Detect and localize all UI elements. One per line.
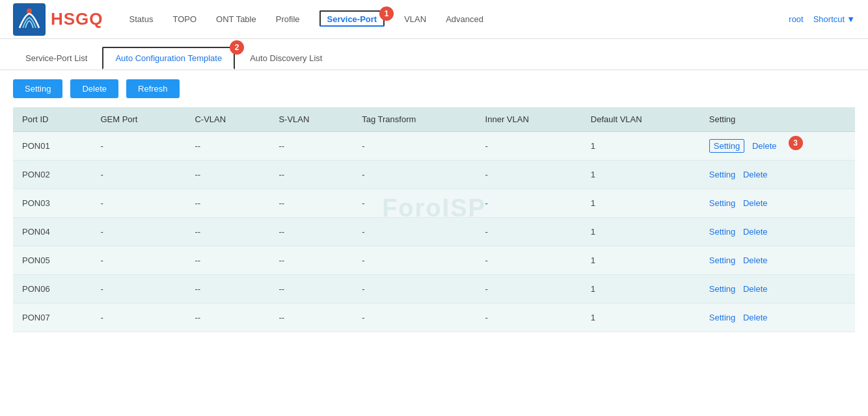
nav-topo[interactable]: TOPO	[172, 12, 197, 27]
cell-c-vlan: --	[185, 275, 269, 304]
cell-s-vlan: --	[269, 189, 353, 218]
setting-button[interactable]: Setting	[13, 79, 62, 98]
cell-port-id: PON07	[13, 304, 91, 332]
nav-ont-table[interactable]: ONT Table	[216, 12, 256, 27]
svg-rect-0	[13, 3, 46, 36]
cell-port-id: PON05	[13, 246, 91, 275]
tab-service-port-list[interactable]: Service-Port List	[13, 47, 100, 69]
cell-port-id: PON04	[13, 218, 91, 246]
cell-port-id: PON02	[13, 161, 91, 189]
cell-gem-port: -	[91, 304, 185, 332]
nav: Status TOPO ONT Table Profile Service-Po…	[129, 12, 789, 27]
logo-area: HSGQ	[13, 3, 103, 36]
cell-actions: Setting Delete 3	[700, 132, 855, 161]
delete-button[interactable]: Delete	[70, 79, 118, 98]
nav-user[interactable]: root	[789, 14, 803, 24]
row-setting-link[interactable]: Setting	[709, 313, 735, 322]
logo-icon	[13, 3, 46, 36]
cell-inner-vlan: -	[476, 189, 582, 218]
cell-s-vlan: --	[269, 246, 353, 275]
table-row: PON01 - -- -- - - 1 Setting Delete 3	[13, 132, 855, 161]
cell-default-vlan: 1	[582, 275, 700, 304]
cell-c-vlan: --	[185, 161, 269, 189]
nav-advanced[interactable]: Advanced	[446, 12, 483, 27]
nav-vlan[interactable]: VLAN	[404, 12, 426, 27]
cell-default-vlan: 1	[582, 304, 700, 332]
row-setting-link[interactable]: Setting	[709, 139, 744, 153]
table-row: PON07 - -- -- - - 1 Setting Delete	[13, 304, 855, 332]
cell-port-id: PON01	[13, 132, 91, 161]
row-delete-link[interactable]: Delete	[743, 198, 768, 208]
cell-port-id: PON06	[13, 275, 91, 304]
cell-tag-transform: -	[353, 304, 476, 332]
table-header-row: Port ID GEM Port C-VLAN S-VLAN Tag Trans…	[13, 107, 855, 132]
cell-default-vlan: 1	[582, 218, 700, 246]
row-delete-link[interactable]: Delete	[743, 170, 768, 179]
cell-actions: Setting Delete	[700, 218, 855, 246]
cell-default-vlan: 1	[582, 189, 700, 218]
table-container: Port ID GEM Port C-VLAN S-VLAN Tag Trans…	[0, 107, 868, 332]
row-setting-link[interactable]: Setting	[709, 198, 735, 208]
cell-default-vlan: 1	[582, 161, 700, 189]
cell-inner-vlan: -	[476, 161, 582, 189]
col-c-vlan: C-VLAN	[185, 107, 269, 132]
nav-service-port-container: Service-Port 1	[319, 14, 385, 24]
table-row: PON02 - -- -- - - 1 Setting Delete	[13, 161, 855, 189]
tab-auto-configuration-template[interactable]: Auto Configuration Template	[102, 47, 235, 70]
row-badge-3: 3	[789, 136, 803, 150]
toolbar: Setting Delete Refresh	[0, 70, 868, 107]
logo-text: HSGQ	[51, 9, 103, 29]
row-delete-link[interactable]: Delete	[743, 227, 768, 237]
nav-badge-1: 1	[379, 6, 394, 21]
refresh-button[interactable]: Refresh	[126, 79, 180, 98]
row-delete-link[interactable]: Delete	[743, 313, 768, 322]
table-row: PON05 - -- -- - - 1 Setting Delete	[13, 246, 855, 275]
tab-auto-discovery-list[interactable]: Auto Discovery List	[237, 47, 334, 69]
table-row: PON03 - -- -- - - 1 Setting Delete	[13, 189, 855, 218]
col-tag-transform: Tag Transform	[353, 107, 476, 132]
cell-actions: Setting Delete	[700, 189, 855, 218]
cell-s-vlan: --	[269, 218, 353, 246]
row-delete-link[interactable]: Delete	[743, 284, 768, 294]
nav-profile[interactable]: Profile	[276, 12, 300, 27]
cell-gem-port: -	[91, 161, 185, 189]
nav-shortcut[interactable]: Shortcut ▼	[813, 14, 855, 24]
data-table: Port ID GEM Port C-VLAN S-VLAN Tag Trans…	[13, 107, 855, 332]
cell-gem-port: -	[91, 132, 185, 161]
nav-right: root Shortcut ▼	[789, 14, 855, 24]
table-row: PON06 - -- -- - - 1 Setting Delete	[13, 275, 855, 304]
cell-port-id: PON03	[13, 189, 91, 218]
col-gem-port: GEM Port	[91, 107, 185, 132]
tabs-bar: Service-Port List Auto Configuration Tem…	[0, 39, 868, 70]
cell-s-vlan: --	[269, 275, 353, 304]
cell-inner-vlan: -	[476, 132, 582, 161]
cell-s-vlan: --	[269, 304, 353, 332]
cell-c-vlan: --	[185, 246, 269, 275]
nav-status[interactable]: Status	[129, 12, 154, 27]
table-row: PON04 - -- -- - - 1 Setting Delete	[13, 218, 855, 246]
cell-c-vlan: --	[185, 132, 269, 161]
cell-gem-port: -	[91, 246, 185, 275]
col-port-id: Port ID	[13, 107, 91, 132]
cell-gem-port: -	[91, 189, 185, 218]
row-setting-link[interactable]: Setting	[709, 284, 735, 294]
cell-gem-port: -	[91, 218, 185, 246]
cell-inner-vlan: -	[476, 246, 582, 275]
cell-default-vlan: 1	[582, 246, 700, 275]
cell-s-vlan: --	[269, 161, 353, 189]
cell-inner-vlan: -	[476, 218, 582, 246]
nav-service-port[interactable]: Service-Port	[319, 10, 385, 27]
tab-auto-config-container: Auto Configuration Template 2	[102, 47, 235, 70]
row-setting-link[interactable]: Setting	[709, 255, 735, 265]
cell-actions: Setting Delete	[700, 275, 855, 304]
cell-s-vlan: --	[269, 132, 353, 161]
cell-c-vlan: --	[185, 218, 269, 246]
cell-tag-transform: -	[353, 189, 476, 218]
cell-gem-port: -	[91, 275, 185, 304]
row-delete-link[interactable]: Delete	[752, 141, 777, 151]
row-setting-link[interactable]: Setting	[709, 170, 735, 179]
cell-tag-transform: -	[353, 246, 476, 275]
row-setting-link[interactable]: Setting	[709, 227, 735, 237]
col-s-vlan: S-VLAN	[269, 107, 353, 132]
row-delete-link[interactable]: Delete	[743, 255, 768, 265]
